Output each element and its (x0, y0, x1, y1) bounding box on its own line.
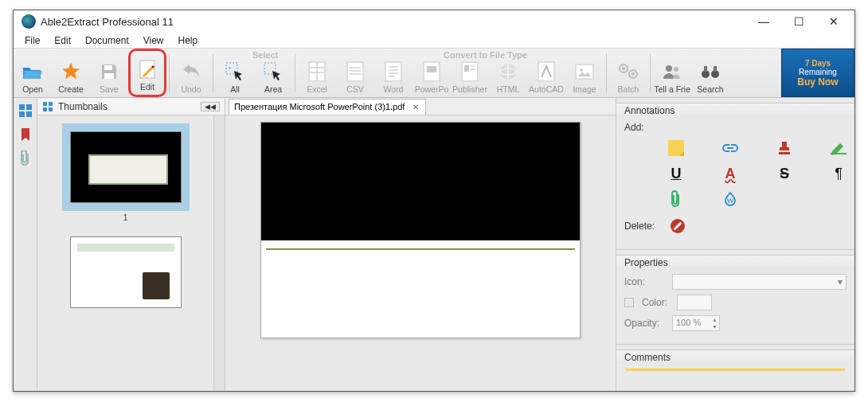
menu-document[interactable]: Document (79, 33, 135, 48)
highlight-icon[interactable] (828, 139, 849, 157)
autocad-icon (535, 61, 557, 83)
thumbnail-page-2[interactable] (44, 233, 207, 311)
image-icon (573, 61, 596, 83)
tab-close-icon[interactable]: ✕ (411, 103, 420, 111)
collapse-button[interactable]: ◀◀ (201, 102, 220, 111)
opacity-label: Opacity: (624, 318, 664, 329)
stamp-icon[interactable] (774, 139, 795, 157)
undo-button[interactable]: Undo (172, 49, 210, 97)
delete-icon[interactable] (667, 217, 688, 235)
binoculars-icon (699, 61, 721, 83)
svg-rect-59 (831, 153, 846, 154)
document-tab-label: Презентация Microsoft PowerPoint (3)1.pd… (234, 102, 405, 111)
thumbnails-rail-icon[interactable] (18, 103, 33, 119)
color-label: Color: (642, 297, 669, 308)
promo-days: 7 Days (805, 59, 831, 68)
opacity-spinner[interactable]: 100 % ▲▼ (672, 315, 720, 331)
csv-label: CSV (346, 84, 364, 94)
tell-friend-button[interactable]: Tell a Frie (653, 49, 691, 97)
separator (606, 53, 607, 92)
delete-label: Delete: (624, 221, 659, 232)
separator (295, 53, 295, 92)
right-panel: Annotations Add: U A S ¶ W Del (616, 98, 854, 391)
folder-open-icon (22, 61, 44, 83)
underline-icon[interactable]: U (666, 165, 686, 182)
select-all-button[interactable]: + All (216, 49, 254, 97)
link-icon[interactable] (720, 139, 741, 157)
properties-title: Properties (616, 255, 854, 269)
batch-button[interactable]: Batch (609, 49, 647, 97)
svg-rect-12 (348, 63, 362, 80)
app-window: Able2Extract Professional 11 — ☐ ✕ File … (13, 10, 855, 392)
color-swatch[interactable] (677, 295, 712, 310)
menu-help[interactable]: Help (172, 33, 205, 48)
csv-button[interactable]: CSV (336, 49, 374, 97)
svg-rect-46 (704, 66, 707, 72)
people-icon (661, 61, 683, 83)
caret-icon[interactable]: ¶ (828, 165, 849, 182)
thumbnails-scrollbar[interactable] (213, 115, 225, 391)
bookmarks-rail-icon[interactable] (18, 127, 33, 142)
add-label: Add: (624, 122, 659, 133)
menu-view[interactable]: View (137, 33, 170, 48)
svg-rect-58 (779, 152, 790, 154)
icon-dropdown[interactable]: ▾ (672, 274, 846, 290)
attachment-icon[interactable] (666, 190, 686, 208)
svg-rect-57 (727, 147, 733, 149)
excel-icon (306, 61, 328, 83)
svg-rect-49 (26, 104, 32, 110)
powerpoint-icon (420, 61, 443, 83)
word-label: Word (384, 84, 404, 94)
window-title: Able2Extract Professional 11 (41, 16, 746, 28)
cursor-area-icon (262, 61, 284, 83)
save-icon (98, 61, 120, 83)
svg-rect-24 (427, 66, 436, 72)
titlebar: Able2Extract Professional 11 — ☐ ✕ (14, 10, 854, 33)
excel-button[interactable]: Excel (298, 49, 336, 97)
svg-point-43 (674, 67, 678, 72)
thumbnails-panel: Thumbnails ◀◀ 1 (37, 98, 225, 391)
thumbnail-page-1[interactable]: 1 (44, 123, 207, 222)
svg-point-39 (622, 67, 625, 70)
undo-label: Undo (181, 84, 201, 94)
autocad-button[interactable]: AutoCAD (527, 49, 565, 97)
group-label-select: Select (252, 50, 278, 60)
save-button[interactable]: Save (90, 49, 128, 97)
sticky-note-icon[interactable] (666, 139, 686, 157)
separator (213, 53, 213, 92)
page-viewport[interactable] (225, 115, 616, 391)
attachments-rail-icon[interactable] (18, 150, 33, 166)
strikeout-icon[interactable]: S (774, 165, 795, 182)
svg-text:+: + (228, 64, 232, 72)
document-tab[interactable]: Презентация Microsoft PowerPoint (3)1.pd… (229, 99, 426, 115)
open-label: Open (22, 84, 43, 94)
thumbnail-image (70, 236, 182, 308)
create-label: Create (58, 84, 84, 94)
create-button[interactable]: Create (52, 49, 90, 97)
minimize-button[interactable]: — (746, 10, 781, 33)
watermark-icon[interactable]: W (720, 190, 741, 208)
autocad-label: AutoCAD (529, 84, 564, 94)
menubar: File Edit Document View Help (14, 33, 854, 49)
svg-rect-55 (49, 107, 53, 111)
svg-rect-51 (26, 111, 32, 117)
promo-box[interactable]: 7 Days Remaining Buy Now (781, 49, 854, 97)
menu-file[interactable]: File (18, 33, 46, 48)
menu-edit[interactable]: Edit (48, 33, 77, 48)
close-button[interactable]: ✕ (816, 10, 851, 33)
search-button[interactable]: Search (691, 49, 729, 97)
open-button[interactable]: Open (14, 49, 52, 97)
color-checkbox[interactable] (624, 298, 634, 307)
svg-rect-1 (104, 73, 114, 79)
page-black-region (261, 123, 580, 240)
word-button[interactable]: Word (374, 49, 412, 97)
all-label: All (230, 84, 240, 94)
opacity-value: 100 % (676, 318, 701, 327)
promo-remaining: Remaining (799, 68, 837, 76)
batch-icon (617, 61, 639, 83)
maximize-button[interactable]: ☐ (781, 10, 816, 33)
svg-point-41 (631, 72, 635, 76)
squiggly-icon[interactable]: A (720, 165, 741, 182)
edit-button[interactable]: Edit (128, 49, 166, 97)
image-button[interactable]: Image (565, 49, 604, 97)
